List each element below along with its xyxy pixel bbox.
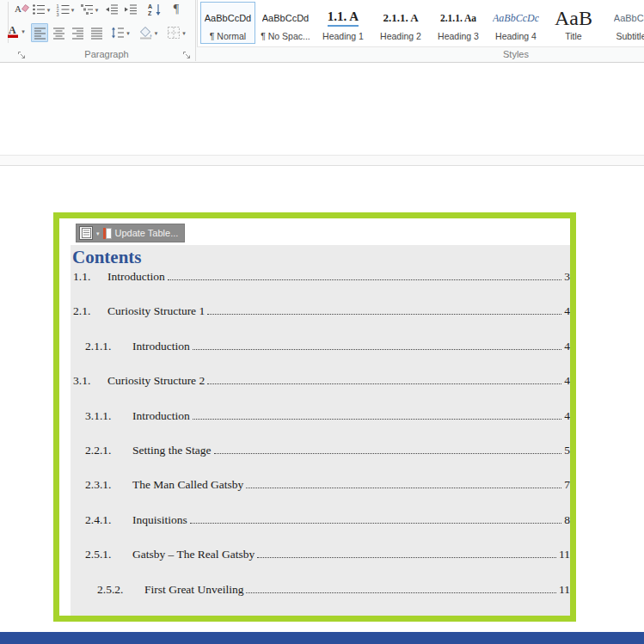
bullet-list-icon [32, 3, 46, 16]
decrease-indent-button[interactable] [103, 1, 120, 18]
update-table-icon [103, 228, 112, 239]
ribbon: A A ▾ ▾ 123 ▾ [0, 0, 644, 63]
align-left-button[interactable] [31, 23, 48, 42]
toc-entry[interactable]: 2.1.1.Introduction4 [71, 340, 576, 374]
dialog-launcher-icon [17, 51, 27, 60]
toc-dot-leader [257, 555, 556, 558]
toc-entry[interactable]: 2.4.1.Inquisitions8 [71, 513, 576, 548]
line-spacing-button[interactable]: ▾ [108, 23, 132, 42]
style-gallery-item-nospace[interactable]: AaBbCcDd¶ No Spac... [258, 2, 313, 44]
svg-text:A: A [15, 3, 21, 14]
paragraph-dialog-launcher[interactable] [182, 48, 193, 58]
toc-rows: 1.1.Introduction32.1.Curiosity Structure… [71, 268, 576, 622]
toc-dot-leader [207, 381, 561, 384]
toc-dot-leader [168, 277, 562, 280]
style-gallery-item-h1[interactable]: 1.1. AHeading 1 [316, 2, 371, 44]
toc-entry-page: 12 [559, 617, 571, 622]
status-bar [0, 632, 644, 644]
toc-dot-leader [190, 520, 561, 524]
toc-entry-title: Gatsby – The Real Gatsby [132, 548, 255, 561]
bullets-button[interactable]: ▾ [29, 1, 52, 18]
font-dialog-launcher[interactable] [17, 48, 28, 58]
style-preview-text: 2.1.1. A [383, 11, 418, 25]
align-justify-icon [90, 27, 103, 40]
styles-group-label: Styles [404, 49, 628, 59]
toc-entry-page: 5 [564, 444, 570, 457]
increase-indent-button[interactable] [122, 1, 139, 18]
multilevel-list-icon [80, 3, 94, 16]
toc-entry-number: 3.1.1. [85, 409, 132, 423]
style-preview-text: AaBbCc [614, 13, 644, 23]
sort-button[interactable]: A Z [146, 1, 163, 18]
style-gallery-item-subtitle[interactable]: AaBbCcSubtitle [604, 2, 644, 44]
align-center-button[interactable] [50, 23, 67, 42]
toc-entry[interactable]: 2.3.1.The Man Called Gatsby7 [71, 478, 576, 512]
toc-dot-leader [207, 311, 561, 315]
toc-entry-page: 4 [564, 409, 570, 423]
toc-entry-title: Introduction [132, 409, 190, 423]
show-hide-pilcrow-button[interactable]: ¶ [169, 1, 184, 18]
font-color-button[interactable]: A ▾ [3, 22, 28, 40]
style-label: Heading 2 [380, 31, 421, 41]
toc-entry-page: 4 [564, 304, 570, 318]
toc-entry[interactable]: 2.1.Curiosity Structure 14 [71, 304, 576, 339]
toc-entry-number: 2.2.1. [85, 444, 132, 457]
style-preview: 2.1.1. Aa [440, 5, 476, 31]
toc-dot-leader [246, 590, 556, 593]
style-preview: 1.1. A [328, 5, 359, 31]
style-label: Heading 1 [322, 31, 364, 41]
svg-text:3: 3 [56, 12, 58, 17]
group-separator [195, 0, 196, 61]
toc-entry-title: Introduction [132, 340, 190, 353]
update-table-label: Update Table... [115, 228, 179, 238]
toc-entry-number: 2.1. [73, 304, 107, 318]
update-table-button[interactable]: Update Table... [103, 228, 179, 239]
style-gallery-item-normal[interactable]: AaBbCcDd¶ Normal [200, 2, 255, 44]
align-right-button[interactable] [69, 23, 86, 42]
font-color-icon: A [6, 24, 20, 39]
multilevel-list-button[interactable]: ▾ [77, 1, 101, 18]
toc-entry[interactable]: 1.1.Introduction3 [71, 270, 576, 304]
style-label: ¶ Normal [210, 31, 246, 41]
style-gallery-item-h2[interactable]: 2.1.1. AHeading 2 [373, 2, 428, 44]
shading-button[interactable]: ▾ [135, 23, 161, 42]
style-preview-text: AaBbCcDc [493, 12, 539, 25]
toc-entry[interactable]: 3.1.Curiosity Structure 24 [71, 374, 576, 408]
toc-entry[interactable]: 2.2.1.Setting the Stage5 [71, 444, 576, 478]
increase-indent-icon [124, 3, 138, 16]
toc-entry-title: Curiosity Structure 2 [107, 374, 205, 388]
style-gallery-item-h4[interactable]: AaBbCcDcHeading 4 [488, 2, 543, 44]
style-label: Title [565, 31, 581, 41]
svg-text:A: A [148, 3, 152, 9]
sort-az-icon: A Z [148, 3, 162, 16]
toc-entry[interactable]: 2.5.2.First Great Unveiling11 [71, 583, 576, 617]
style-preview: AaBbCc [614, 5, 644, 31]
paragraph-group-label: Paragraph [31, 49, 182, 59]
style-gallery-item-title[interactable]: AaBTitle [546, 2, 601, 44]
line-spacing-icon [111, 26, 125, 40]
style-label: ¶ No Spac... [261, 31, 310, 41]
toc-entry[interactable]: 2.5.1.Gatsby – The Real Gatsby11 [71, 548, 576, 582]
style-label: Subtitle [616, 31, 644, 41]
toc-entry-title: Inquisitions [132, 513, 187, 527]
style-preview: AaBbCcDc [493, 5, 539, 31]
numbering-button[interactable]: 123 ▾ [53, 1, 77, 18]
align-justify-button[interactable] [88, 23, 105, 42]
borders-button[interactable]: ▾ [163, 23, 189, 42]
toc-entry-number: 3.1. [73, 374, 107, 388]
svg-text:A: A [9, 24, 16, 36]
table-of-contents: Contents 1.1.Introduction32.1.Curiosity … [71, 245, 576, 622]
page-break-gap [0, 155, 644, 166]
toc-content-control-bar: ▾ Update Table... [76, 224, 185, 242]
dropdown-arrow-icon[interactable]: ▾ [96, 230, 100, 236]
toc-entry[interactable]: 2.5.3.Second Great Unveiling12 [71, 617, 576, 622]
toc-highlight-box: ▾ Update Table... Contents 1.1.Introduct… [53, 212, 576, 622]
toc-heading: Contents [71, 245, 576, 268]
toc-entry-page: 11 [559, 583, 570, 597]
toc-entry-page: 3 [564, 270, 570, 284]
style-label: Heading 3 [438, 31, 479, 41]
toc-menu-button[interactable] [79, 226, 93, 240]
style-gallery-item-h3[interactable]: 2.1.1. AaHeading 3 [431, 2, 486, 44]
toc-entry-page: 4 [564, 340, 570, 353]
toc-entry[interactable]: 3.1.1.Introduction4 [71, 409, 576, 444]
